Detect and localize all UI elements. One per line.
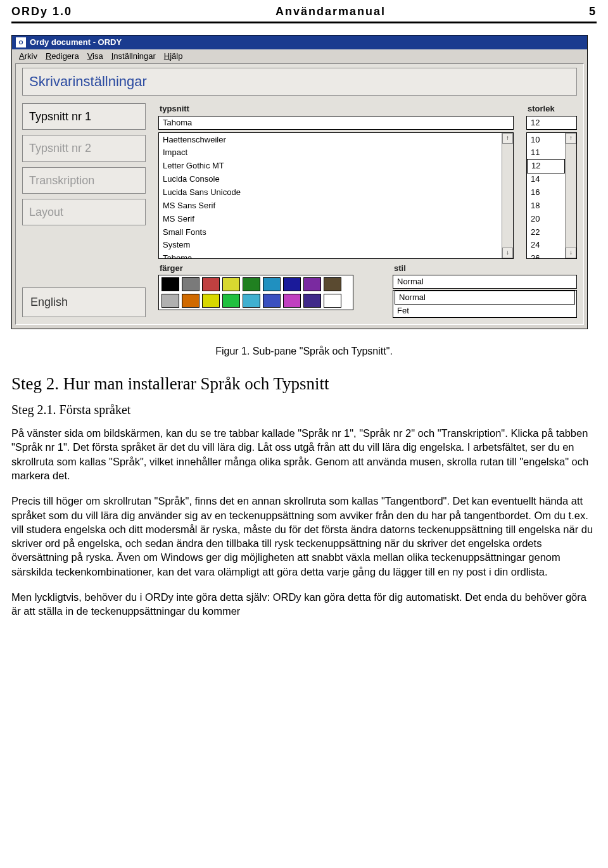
color-swatch[interactable] <box>243 277 260 291</box>
screenshot-window: O Ordy document - ORDY Arkiv Redigera Vi… <box>11 35 588 329</box>
font-option[interactable]: Letter Gothic MT <box>159 160 502 173</box>
header-left: ORDy 1.0 <box>11 4 72 19</box>
size-option[interactable]: 22 <box>527 226 565 239</box>
header-page-number: 5 <box>589 4 597 19</box>
font-listbox[interactable]: HaettenschweilerImpactLetter Gothic MTLu… <box>158 132 514 259</box>
tab-typsnitt-2[interactable]: Typsnitt nr 2 <box>22 135 146 161</box>
menu-arkiv[interactable]: Arkiv <box>16 51 41 62</box>
tab-layout[interactable]: Layout <box>22 199 146 225</box>
right-column: typsnitt Tahoma storlek 12 Haettenschwei… <box>158 103 577 318</box>
page-header: ORDy 1.0 Användarmanual 5 <box>11 0 597 20</box>
step-2-1-heading: Steg 2.1. Första språket <box>11 401 597 418</box>
paragraph-2: Precis till höger om skrollrutan "Språk"… <box>11 494 597 579</box>
color-swatch[interactable] <box>182 294 200 308</box>
figure-caption: Figur 1. Sub-pane "Språk och Typsnitt". <box>11 344 597 358</box>
color-swatch[interactable] <box>263 277 281 291</box>
label-typsnitt: typsnitt <box>160 103 514 115</box>
scroll-up-icon[interactable]: ↑ <box>566 133 576 144</box>
color-swatch[interactable] <box>162 277 179 291</box>
paragraph-1: På vänster sida om bildskärmen, kan du s… <box>11 426 597 482</box>
tabs-column: Typsnitt nr 1 Typsnitt nr 2 Transkriptio… <box>22 103 146 317</box>
app-icon: O <box>16 37 26 47</box>
paragraph-3: Men lyckligtvis, behöver du i ORDy inte … <box>11 590 597 619</box>
scroll-up-icon[interactable]: ↑ <box>502 133 513 144</box>
color-swatches <box>158 275 353 310</box>
font-option[interactable]: Small Fonts <box>159 226 502 239</box>
stil-input[interactable]: Normal <box>393 275 577 289</box>
font-option[interactable]: Impact <box>159 146 502 160</box>
color-swatch[interactable] <box>182 277 200 291</box>
color-swatch[interactable] <box>162 294 179 308</box>
font-option[interactable]: Lucida Console <box>159 173 502 186</box>
menu-installningar[interactable]: Inställningar <box>108 51 159 62</box>
menubar: Arkiv Redigera Visa Inställningar Hjälp <box>12 49 587 64</box>
size-option[interactable]: 24 <box>527 239 565 252</box>
size-option[interactable]: 16 <box>527 186 565 199</box>
size-listbox[interactable]: 10111214161820222426 ↑ ↓ <box>526 132 577 259</box>
panel-title: Skrivarinställningar <box>22 68 577 96</box>
scroll-down-icon[interactable]: ↓ <box>502 248 513 258</box>
menu-redigera[interactable]: Redigera <box>42 51 82 62</box>
label-stil: stil <box>394 263 577 274</box>
menu-hjalp[interactable]: Hjälp <box>161 51 186 62</box>
stil-option[interactable]: Normal <box>395 291 575 305</box>
font-option[interactable]: Tahoma <box>159 252 502 258</box>
header-rule <box>11 22 597 23</box>
color-swatch[interactable] <box>303 294 321 308</box>
stil-option[interactable]: Fet <box>393 305 576 317</box>
color-swatch[interactable] <box>263 294 281 308</box>
font-option[interactable]: Lucida Sans Unicode <box>159 186 502 199</box>
color-swatch[interactable] <box>283 294 301 308</box>
client-area: Skrivarinställningar Typsnitt nr 1 Typsn… <box>15 63 584 325</box>
menu-visa[interactable]: Visa <box>84 51 106 62</box>
font-option[interactable]: MS Sans Serif <box>159 199 502 213</box>
size-option[interactable]: 12 <box>527 159 565 173</box>
tab-typsnitt-1[interactable]: Typsnitt nr 1 <box>22 103 146 130</box>
window-title: Ordy document - ORDY <box>30 37 122 48</box>
size-option[interactable]: 18 <box>527 199 565 213</box>
size-option[interactable]: 20 <box>527 213 565 226</box>
scroll-down-icon[interactable]: ↓ <box>566 248 576 258</box>
size-option[interactable]: 10 <box>527 134 565 147</box>
size-option[interactable]: 26 <box>527 252 565 258</box>
label-storlek: storlek <box>528 103 577 115</box>
window-titlebar: O Ordy document - ORDY <box>12 35 587 49</box>
english-button[interactable]: English <box>22 287 146 317</box>
color-swatch[interactable] <box>243 294 260 308</box>
font-option[interactable]: System <box>159 239 502 252</box>
color-swatch[interactable] <box>324 294 341 308</box>
label-farger: färger <box>160 263 380 274</box>
color-swatch[interactable] <box>303 277 321 291</box>
size-option[interactable]: 14 <box>527 173 565 186</box>
font-scrollbar[interactable]: ↑ ↓ <box>502 133 513 258</box>
font-input[interactable]: Tahoma <box>158 116 514 130</box>
size-option[interactable]: 11 <box>527 146 565 160</box>
color-swatch[interactable] <box>324 277 341 291</box>
header-center: Användarmanual <box>72 4 589 19</box>
step-2-heading: Steg 2. Hur man installerar Språk och Ty… <box>11 372 597 395</box>
font-option[interactable]: MS Serif <box>159 213 502 226</box>
tab-transkription[interactable]: Transkription <box>22 167 146 194</box>
color-swatch[interactable] <box>202 277 220 291</box>
font-option[interactable]: Haettenschweiler <box>159 134 502 147</box>
size-input[interactable]: 12 <box>526 116 577 130</box>
size-scrollbar[interactable]: ↑ ↓ <box>565 133 576 258</box>
color-swatch[interactable] <box>222 277 240 291</box>
stil-listbox[interactable]: NormalFet <box>393 290 577 318</box>
color-swatch[interactable] <box>222 294 240 308</box>
color-swatch[interactable] <box>283 277 301 291</box>
color-swatch[interactable] <box>202 294 220 308</box>
